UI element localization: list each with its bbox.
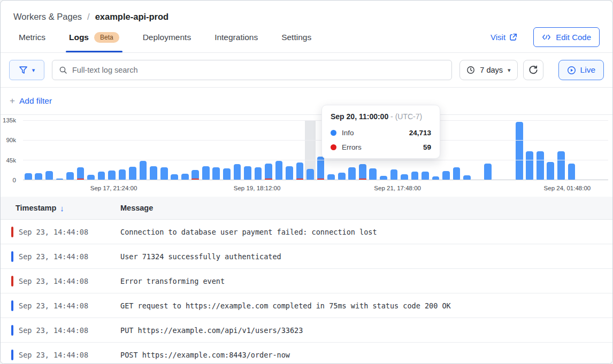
log-message: Error transforming event — [110, 277, 612, 285]
tab-logs[interactable]: Logs Beta — [69, 22, 119, 52]
bar-info-segment — [557, 151, 565, 180]
header-actions: Visit Edit Code — [491, 27, 600, 47]
tab-settings[interactable]: Settings — [281, 22, 311, 52]
tab-metrics[interactable]: Metrics — [19, 22, 45, 52]
visit-label: Visit — [491, 33, 505, 42]
chart-bar[interactable] — [546, 120, 556, 180]
bar-info-segment — [108, 171, 116, 180]
chart-bar[interactable] — [577, 120, 587, 180]
tooltip-timezone: - (UTC-7) — [390, 112, 422, 121]
chart-bar[interactable] — [159, 120, 170, 180]
chart-bar[interactable] — [514, 120, 525, 180]
chart-bar[interactable] — [242, 120, 253, 180]
x-tick-label: Sep 21, 17:48:00 — [374, 185, 421, 191]
add-filter-button[interactable]: Add filter — [19, 96, 52, 106]
log-row[interactable]: Sep 23, 14:44:08GET request to https://e… — [1, 293, 612, 318]
chart-bar[interactable] — [482, 120, 493, 180]
bar-stack — [56, 120, 64, 180]
chart-bar[interactable] — [535, 120, 546, 180]
sort-desc-icon[interactable]: ↓ — [60, 204, 64, 213]
chart-bar[interactable] — [441, 120, 451, 180]
chart-bar[interactable] — [493, 120, 504, 180]
bar-info-segment — [56, 179, 64, 180]
chart-bar[interactable] — [263, 120, 274, 180]
edit-code-button[interactable]: Edit Code — [533, 27, 600, 47]
log-row[interactable]: Sep 23, 14:44:08Connection to database u… — [1, 220, 612, 244]
log-row[interactable]: Sep 23, 14:44:08User 71324 successfully … — [1, 244, 612, 269]
chart-bar[interactable] — [96, 120, 107, 180]
chart-bar[interactable] — [190, 120, 201, 180]
chart-bar[interactable] — [556, 120, 566, 180]
bar-stack — [98, 120, 105, 180]
chart-bar[interactable] — [127, 120, 138, 180]
chart-bar[interactable] — [180, 120, 190, 180]
chart-bar[interactable] — [253, 120, 264, 180]
chart-bar[interactable] — [34, 120, 44, 180]
chart-bar[interactable] — [284, 120, 295, 180]
bar-stack — [77, 120, 85, 180]
bar-info-segment — [35, 173, 42, 180]
bar-stack — [202, 120, 210, 180]
filter-dropdown-button[interactable]: ▾ — [9, 60, 44, 80]
chart-bar[interactable] — [138, 120, 149, 180]
chart-bar[interactable] — [75, 120, 86, 180]
chevron-down-icon: ▾ — [32, 67, 35, 74]
chart-bar[interactable] — [148, 120, 159, 180]
chart-bar[interactable] — [295, 120, 305, 180]
code-icon — [542, 34, 551, 41]
chart-bar[interactable] — [55, 120, 65, 180]
chart-bar[interactable] — [106, 120, 117, 180]
bar-info-segment — [160, 167, 168, 180]
bar-stack — [599, 120, 607, 180]
visit-link[interactable]: Visit — [491, 33, 517, 42]
tab-integrations[interactable]: Integrations — [214, 22, 258, 52]
chart-bar[interactable] — [587, 120, 598, 180]
bar-error-segment — [191, 179, 199, 180]
search-input[interactable] — [72, 66, 445, 74]
chart-bar[interactable] — [503, 120, 514, 180]
tab-deployments[interactable]: Deployments — [143, 22, 191, 52]
live-button[interactable]: Live — [558, 60, 604, 80]
bar-stack — [35, 120, 42, 180]
time-range-label: 7 days — [480, 66, 503, 74]
time-range-dropdown[interactable]: 7 days ▾ — [459, 60, 517, 80]
chart-bar[interactable] — [65, 120, 75, 180]
bar-stack — [212, 120, 220, 180]
filter-funnel-icon — [19, 66, 28, 75]
tab-label: Integrations — [214, 33, 258, 42]
chart-bar[interactable] — [525, 120, 535, 180]
live-label: Live — [580, 65, 595, 75]
chart-bar[interactable] — [274, 120, 285, 180]
bar-error-segment — [317, 179, 325, 180]
chart-bar[interactable] — [472, 120, 483, 180]
chart-bar[interactable] — [451, 120, 462, 180]
chart-bar[interactable] — [86, 120, 96, 180]
log-row[interactable]: Sep 23, 14:44:08POST https://example.com… — [1, 343, 612, 364]
search-icon — [59, 66, 67, 74]
chart-bar[interactable] — [23, 120, 34, 180]
beta-badge: Beta — [94, 32, 119, 43]
log-timestamp-cell: Sep 23, 14:44:08 — [1, 227, 110, 237]
bar-error-segment — [77, 179, 85, 180]
chart-bar[interactable] — [232, 120, 243, 180]
breadcrumb-section[interactable]: Workers & Pages — [13, 12, 82, 22]
chart-bar-hovered[interactable] — [305, 120, 316, 180]
bar-info-segment — [327, 174, 335, 180]
chart-bar[interactable] — [566, 120, 577, 180]
tab-label: Metrics — [19, 33, 45, 42]
refresh-button[interactable] — [523, 60, 543, 80]
bar-stack — [547, 120, 554, 180]
chart-bar[interactable] — [201, 120, 211, 180]
chart-bar[interactable] — [597, 120, 608, 180]
chart-bar[interactable] — [211, 120, 222, 180]
log-row[interactable]: Sep 23, 14:44:08PUT https://example.com/… — [1, 318, 612, 343]
chart-bar[interactable] — [169, 120, 180, 180]
bar-info-segment — [453, 167, 461, 180]
bar-stack — [516, 120, 523, 180]
chart-bar[interactable] — [462, 120, 472, 180]
chart-bar[interactable] — [117, 120, 128, 180]
log-row[interactable]: Sep 23, 14:44:08Error transforming event — [1, 269, 612, 293]
y-tick-label: 45k — [6, 157, 16, 164]
chart-bar[interactable] — [44, 120, 55, 180]
chart-bar[interactable] — [221, 120, 232, 180]
